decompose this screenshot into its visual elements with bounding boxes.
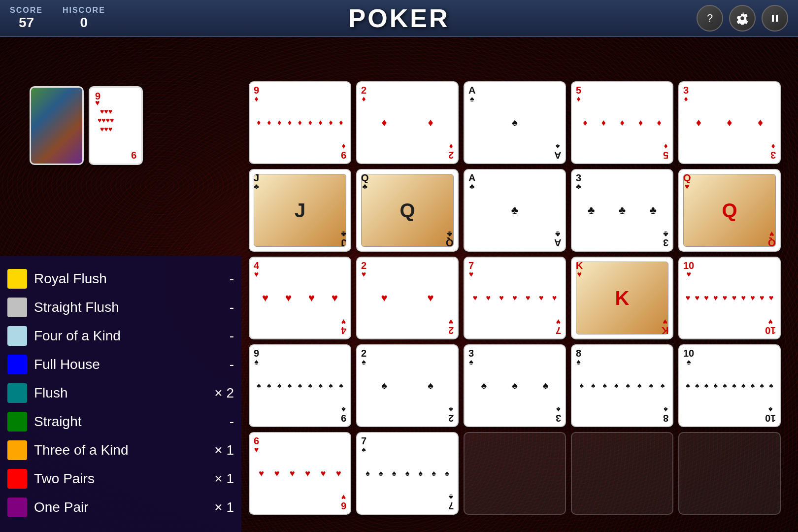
- hand-color-8: [7, 498, 27, 517]
- hand-score-2: -: [204, 328, 234, 344]
- hand-row-0: Royal Flush-: [7, 266, 234, 292]
- card-cell-17[interactable]: 3♠♠♠♠3♠: [464, 344, 566, 427]
- header-buttons: ?: [697, 5, 788, 32]
- score-block: SCORE 57: [10, 6, 43, 31]
- hand-name-7: Two Pairs: [34, 471, 198, 487]
- card-cell-23[interactable]: [571, 432, 673, 515]
- hand-color-7: [7, 469, 27, 489]
- hand-name-4: Flush: [34, 385, 198, 401]
- hand-name-2: Four of a Kind: [34, 328, 198, 344]
- card-cell-22[interactable]: [464, 432, 566, 515]
- game-title: POKER: [349, 3, 450, 33]
- score-section: SCORE 57 HISCORE 0: [10, 6, 105, 31]
- card-cell-5[interactable]: J♣JJ♣: [249, 169, 351, 252]
- card-cell-2[interactable]: A♠♠A♠: [464, 81, 566, 164]
- card-grid: 9♦♦♦♦♦♦♦♦♦♦9♦2♦♦♦2♦A♠♠A♠5♦♦♦♦♦♦5♦3♦♦♦♦3♦…: [241, 74, 788, 522]
- help-button[interactable]: ?: [697, 5, 723, 32]
- card-deck-back[interactable]: [30, 86, 84, 165]
- hand-row-3: Full House-: [7, 352, 234, 377]
- hiscore-label: HISCORE: [63, 6, 105, 15]
- hand-row-8: One Pair× 1: [7, 495, 234, 520]
- hand-score-6: × 1: [204, 442, 234, 458]
- card-cell-24[interactable]: [678, 432, 781, 515]
- card-cell-14[interactable]: 10♥♥♥♥♥♥♥♥♥♥♥10♥: [678, 257, 781, 339]
- hand-color-5: [7, 412, 27, 432]
- card-cell-3[interactable]: 5♦♦♦♦♦♦5♦: [571, 81, 673, 164]
- card-cell-20[interactable]: 6♥♥♥♥♥♥♥6♥: [249, 432, 351, 515]
- hand-color-2: [7, 326, 27, 346]
- hand-name-0: Royal Flush: [34, 271, 198, 287]
- hand-color-0: [7, 269, 27, 289]
- hand-color-1: [7, 298, 27, 317]
- card-cell-10[interactable]: 4♥♥♥♥♥4♥: [249, 257, 351, 339]
- hand-row-6: Three of a Kind× 1: [7, 437, 234, 463]
- card-cell-11[interactable]: 2♥♥♥2♥: [356, 257, 459, 339]
- card-cell-21[interactable]: 7♠♠♠♠♠♠♠♠7♠: [356, 432, 459, 515]
- hand-color-6: [7, 440, 27, 460]
- hand-color-4: [7, 383, 27, 403]
- hand-score-8: × 1: [204, 499, 234, 515]
- hand-row-2: Four of a Kind-: [7, 323, 234, 349]
- card-cell-1[interactable]: 2♦♦♦2♦: [356, 81, 459, 164]
- card-cell-0[interactable]: 9♦♦♦♦♦♦♦♦♦♦9♦: [249, 81, 351, 164]
- card-cell-16[interactable]: 2♠♠♠2♠: [356, 344, 459, 427]
- card-cell-8[interactable]: 3♣♣♣♣3♣: [571, 169, 673, 252]
- hiscore-value: 0: [80, 15, 88, 31]
- hand-score-0: -: [204, 271, 234, 287]
- hiscore-block: HISCORE 0: [63, 6, 105, 31]
- hand-name-6: Three of a Kind: [34, 442, 198, 458]
- hand-color-3: [7, 355, 27, 374]
- card-cell-12[interactable]: 7♥♥♥♥♥♥♥♥7♥: [464, 257, 566, 339]
- hand-name-3: Full House: [34, 357, 198, 372]
- card-cell-18[interactable]: 8♠♠♠♠♠♠♠♠♠8♠: [571, 344, 673, 427]
- hand-name-5: Straight: [34, 414, 198, 430]
- card-cell-4[interactable]: 3♦♦♦♦3♦: [678, 81, 781, 164]
- hand-row-5: Straight-: [7, 409, 234, 434]
- hand-name-1: Straight Flush: [34, 299, 198, 315]
- deck-area: 9 ♥ ♥♥♥ ♥♥♥♥ ♥♥♥ 9: [30, 86, 143, 165]
- hand-row-7: Two Pairs× 1: [7, 466, 234, 492]
- hand-score-4: × 2: [204, 385, 234, 401]
- card-cell-13[interactable]: K♥KK♥: [571, 257, 673, 339]
- score-label: SCORE: [10, 6, 43, 15]
- hand-score-5: -: [204, 414, 234, 430]
- hand-score-3: -: [204, 357, 234, 372]
- hand-score-1: -: [204, 299, 234, 315]
- hand-name-8: One Pair: [34, 499, 198, 515]
- card-cell-7[interactable]: A♣♣A♣: [464, 169, 566, 252]
- card-cell-19[interactable]: 10♠♠♠♠♠♠♠♠♠♠♠10♠: [678, 344, 781, 427]
- header: SCORE 57 HISCORE 0 POKER ?: [0, 0, 798, 37]
- hand-score-7: × 1: [204, 471, 234, 487]
- pause-button[interactable]: [762, 5, 788, 32]
- card-cell-9[interactable]: Q♥QQ♥: [678, 169, 781, 252]
- card-deck-face[interactable]: 9 ♥ ♥♥♥ ♥♥♥♥ ♥♥♥ 9: [89, 86, 143, 165]
- hand-legend: Royal Flush-Straight Flush-Four of a Kin…: [0, 256, 241, 532]
- card-cell-15[interactable]: 9♠♠♠♠♠♠♠♠♠♠9♠: [249, 344, 351, 427]
- hand-row-1: Straight Flush-: [7, 295, 234, 320]
- hand-row-4: Flush× 2: [7, 380, 234, 406]
- card-cell-6[interactable]: Q♣QQ♣: [356, 169, 459, 252]
- score-value: 57: [19, 15, 34, 31]
- main-area: 9 ♥ ♥♥♥ ♥♥♥♥ ♥♥♥ 9 Royal Flush-Straight …: [0, 37, 798, 532]
- settings-button[interactable]: [729, 5, 756, 32]
